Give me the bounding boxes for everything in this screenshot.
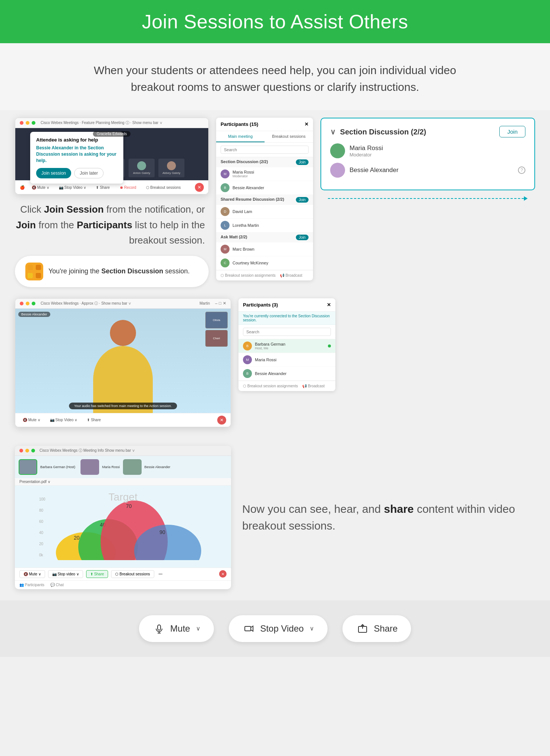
breakout-close-btn[interactable]: ✕: [327, 302, 331, 308]
section-participant-maria: Maria Rossi Moderator: [330, 143, 525, 158]
mute-bottom-button[interactable]: Mute ∨: [139, 615, 214, 642]
chart-titlebar: Cisco Webex Meetings ⓘ Meeting Info Show…: [15, 446, 231, 456]
participants-close[interactable]: ✕: [304, 121, 309, 127]
notification-buttons: Join session Join later: [36, 168, 117, 178]
section-discussion-join-btn[interactable]: Join: [296, 159, 309, 165]
bw-name-maria: Maria Rossi: [255, 358, 276, 362]
left-text-from2: from the: [36, 219, 77, 231]
section-participant-bessie: Bessie Alexander ?: [330, 163, 525, 178]
close-icon[interactable]: ✕: [223, 301, 226, 306]
maximize-icon[interactable]: □: [219, 301, 221, 306]
svg-rect-3: [36, 273, 41, 278]
person-figure: [86, 316, 160, 413]
presentation-label: Presentation.pdf ∨: [15, 478, 231, 486]
breakout-sessions-button[interactable]: ⬡ Breakout sessions: [143, 184, 184, 191]
mute-button[interactable]: 🔇 Mute ∨: [29, 184, 52, 191]
left-text-list: list to help in the breakout session.: [129, 219, 205, 246]
svg-rect-18: [158, 625, 161, 630]
section-discussion-header: Section Discussion (2/2) Join: [216, 157, 313, 167]
pw-avatar-loretha: L: [221, 221, 230, 230]
section-discussion-box: ∨ Section Discussion (2/2) Join Maria Ro…: [320, 118, 535, 190]
chart-area: Target 0k 20 40 60 80 100 20 40 70: [15, 486, 231, 568]
chart-bottom-tabs: 👥 Participants 💬 Chat: [15, 580, 231, 589]
arrow-connector: [320, 196, 535, 204]
chart-breakout-btn[interactable]: ⬡ Breakout sessions: [111, 570, 154, 578]
pw-avatar-marc: M: [221, 245, 230, 254]
video-participant: Anton Gately: [129, 159, 155, 177]
bw-avatar-bessie2: B: [243, 369, 252, 378]
chart-share-btn[interactable]: ⬆ Share: [86, 570, 108, 578]
chat-tab[interactable]: 💬 Chat: [50, 583, 64, 587]
chart-desc-p1: Now you can see, hear, and: [242, 503, 384, 515]
stop-video-bottom-button[interactable]: Stop Video ∨: [229, 615, 328, 642]
ask-matt-label: Ask Matt (2/2): [221, 235, 247, 240]
breakout-mute-btn[interactable]: 🔇 Mute ∨: [20, 416, 43, 423]
share-bottom-button[interactable]: Share: [342, 615, 411, 642]
breakout-stop-video-btn[interactable]: 📷 Stop Video ∨: [47, 416, 80, 423]
chart-description: Now you can see, hear, and share content…: [242, 501, 535, 534]
left-description: Click Join Session from the notification…: [15, 202, 209, 248]
mute-chevron: ∨: [196, 625, 200, 632]
breakout-titlebar-name: Martin: [199, 301, 210, 305]
join-pill: You're joining the Section Discussion se…: [15, 256, 209, 287]
pw-name-loretha: Loretha Martin: [233, 223, 259, 228]
stop-video-icon: [242, 622, 256, 635]
end-call-button[interactable]: ✕: [195, 183, 204, 192]
join-button[interactable]: Join: [499, 126, 525, 137]
presenter-label: Graciella Edwards: [93, 131, 130, 137]
bw-participant-maria: M Maria Rossi: [238, 353, 335, 367]
tab-breakout-sessions[interactable]: Breakout sessions: [265, 131, 313, 142]
svg-text:60: 60: [39, 520, 44, 524]
breakout-broadcast-btn[interactable]: 📢 Broadcast: [302, 384, 325, 388]
join-later-button[interactable]: Join later: [74, 168, 104, 178]
participants-search-area: [216, 143, 313, 157]
close-dot: [20, 121, 23, 125]
breakout-assignments-btn2[interactable]: ⬡ Breakout session assignments: [243, 384, 298, 388]
breakout-search-input[interactable]: [243, 328, 331, 336]
breakout-share-btn[interactable]: ⬆ Share: [84, 416, 104, 423]
pw-name-bessie: Bessie Alexander: [233, 185, 264, 190]
stop-video-button[interactable]: 📷 Stop Video ∨: [56, 184, 89, 191]
broadcast-btn[interactable]: 📢 Broadcast: [280, 273, 302, 277]
thumb-cher: Cheri: [205, 330, 228, 347]
minimize-dot2: [26, 302, 29, 305]
svg-text:40: 40: [39, 531, 44, 535]
sec-name-maria: Maria Rossi: [350, 144, 383, 152]
top-ui-section: Cisco Webex Meetings · Feature Planning …: [0, 110, 550, 298]
participants-header: Participants (15) ✕: [216, 118, 313, 131]
pw-name-maria: Maria Rossi Moderator: [233, 170, 254, 178]
participants-tab[interactable]: 👥 Participants: [19, 583, 44, 587]
webex-titlebar: Cisco Webex Meetings · Feature Planning …: [15, 118, 208, 128]
stop-video-bottom-label: Stop Video: [260, 623, 304, 634]
participants-tabs: Main meeting Breakout sessions: [216, 131, 313, 143]
bessie-label: Bessie Alexander: [18, 312, 50, 317]
sec-avatar-bessie: [330, 163, 345, 178]
bw-participant-bessie2: B Bessie Alexander: [238, 367, 335, 381]
left-text-from: from the notification, or: [104, 204, 205, 215]
chart-stop-video-btn[interactable]: 📷 Stop video ∨: [48, 570, 83, 578]
breakout-end-btn[interactable]: ✕: [217, 416, 226, 425]
svg-rect-2: [28, 273, 33, 278]
left-text-join-session: Join Session: [44, 204, 104, 215]
join-session-button[interactable]: Join session: [36, 168, 71, 178]
svg-text:20: 20: [74, 535, 80, 541]
chevron-icon: ∨: [330, 128, 336, 136]
maximize-dot: [32, 121, 35, 125]
chart-mute-btn[interactable]: 🔇 Mute ∨: [19, 570, 45, 578]
breakout-assignments-btn[interactable]: ⬡ Breakout session assignments: [221, 273, 275, 277]
tab-main-meeting[interactable]: Main meeting: [216, 131, 265, 142]
share-button[interactable]: ⬆ Share: [93, 184, 113, 191]
chart-end-btn[interactable]: ✕: [219, 570, 227, 578]
pw-participant-maria-rossi: M Maria Rossi Moderator: [216, 167, 313, 181]
search-input[interactable]: [221, 146, 309, 154]
breakout-participants-panel: Participants (3) ✕ You're currently conn…: [238, 298, 335, 427]
participants-panel: Participants (15) ✕ Main meeting Breakou…: [216, 118, 313, 287]
chart-maria-label: Maria Rossi: [102, 465, 120, 469]
pw-participant-bessie: B Bessie Alexander: [216, 181, 313, 195]
minimize-icon[interactable]: –: [215, 301, 217, 306]
record-button[interactable]: ⏺ Record: [117, 184, 139, 191]
shared-resume-join-btn[interactable]: Join: [296, 197, 309, 203]
ask-matt-join-btn[interactable]: Join: [296, 235, 309, 240]
pw-avatar-maria: M: [221, 169, 230, 178]
breakout-participants-header: Participants (3) ✕: [238, 298, 335, 312]
